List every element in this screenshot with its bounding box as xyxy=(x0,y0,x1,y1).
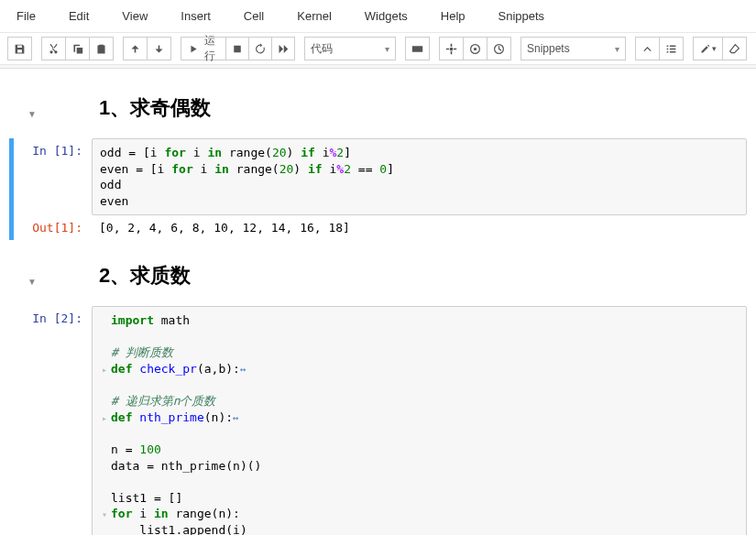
fold-gutter[interactable] xyxy=(100,315,109,328)
snippets-select[interactable]: Snippets xyxy=(520,37,626,60)
highlight-button[interactable]: ▾ xyxy=(693,37,723,60)
cut-icon xyxy=(48,43,60,55)
cell-code-2[interactable]: In [2]: import math # 判断质数 ▸def check_pr… xyxy=(9,306,747,535)
variable-inspector-button[interactable] xyxy=(439,37,464,60)
menu-widgets[interactable]: Widgets xyxy=(348,4,424,28)
in-prompt-2: In [2]: xyxy=(9,306,92,325)
list-icon xyxy=(665,43,677,55)
eraser-button[interactable] xyxy=(722,37,747,60)
restart-run-button[interactable] xyxy=(271,37,295,60)
target-icon xyxy=(469,43,481,55)
code-input-2[interactable]: import math # 判断质数 ▸def check_pr(a,b):↔ … xyxy=(92,306,747,535)
codefolding-button[interactable] xyxy=(463,37,488,60)
out-prompt-1: Out[1]: xyxy=(9,215,92,235)
code-input-1[interactable]: odd = [i for i in range(20) if i%2] even… xyxy=(92,138,747,215)
in-prompt-1: In [1]: xyxy=(9,138,92,158)
toggle-header-button[interactable] xyxy=(635,37,660,60)
celltype-select[interactable]: 代码 xyxy=(304,37,396,60)
fold-gutter[interactable]: ▾ xyxy=(100,508,109,521)
run-label: 运行 xyxy=(202,33,218,64)
collapse-toggle[interactable]: ▼ xyxy=(27,104,44,119)
paste-icon xyxy=(95,43,107,55)
save-icon xyxy=(14,43,26,55)
copy-button[interactable] xyxy=(65,37,90,60)
move-down-button[interactable] xyxy=(147,37,171,60)
restart-button[interactable] xyxy=(248,37,272,60)
toolbar: 运行 代码 Snippets ▾ xyxy=(0,33,756,65)
toc-button[interactable] xyxy=(659,37,684,60)
heading-1: 1、求奇偶数 xyxy=(99,94,211,122)
eraser-icon xyxy=(729,43,740,55)
command-palette-button[interactable] xyxy=(405,37,430,60)
fold-arrow-icon[interactable]: ↔ xyxy=(240,364,247,376)
arrow-down-icon xyxy=(153,43,165,55)
svg-point-1 xyxy=(474,47,477,49)
restart-icon xyxy=(255,43,266,55)
menu-insert[interactable]: Insert xyxy=(164,4,227,28)
interrupt-button[interactable] xyxy=(225,37,249,60)
menu-file[interactable]: File xyxy=(0,4,52,28)
notebook-container: ▼ 1、求奇偶数 In [1]: odd = [i for i in range… xyxy=(0,69,756,535)
menu-kernel[interactable]: Kernel xyxy=(280,4,348,28)
save-button[interactable] xyxy=(7,37,32,60)
fast-forward-icon xyxy=(278,43,289,55)
menu-edit[interactable]: Edit xyxy=(52,4,105,28)
heading-2: 2、求质数 xyxy=(99,262,191,289)
copy-icon xyxy=(71,43,83,55)
keyboard-icon xyxy=(411,43,423,55)
cell-markdown-2[interactable]: ▼ 2、求质数 xyxy=(9,255,747,302)
fold-arrow-icon[interactable]: ↔ xyxy=(233,412,239,424)
menu-snippets[interactable]: Snippets xyxy=(482,4,562,28)
menu-cell[interactable]: Cell xyxy=(227,4,280,28)
clock-icon xyxy=(493,43,505,55)
play-icon xyxy=(189,43,198,55)
move-up-button[interactable] xyxy=(123,37,148,60)
cell-code-1[interactable]: In [1]: odd = [i for i in range(20) if i… xyxy=(9,138,747,240)
stop-icon xyxy=(232,43,243,55)
crosshair-icon xyxy=(445,43,457,55)
menu-help[interactable]: Help xyxy=(424,4,482,28)
chevron-up-icon xyxy=(641,43,653,55)
menubar: File Edit View Insert Cell Kernel Widget… xyxy=(0,0,756,33)
cut-button[interactable] xyxy=(41,37,66,60)
output-1: [0, 2, 4, 6, 8, 10, 12, 14, 16, 18] xyxy=(92,215,747,240)
fold-gutter[interactable]: ▸ xyxy=(100,412,109,425)
fold-gutter[interactable]: ▸ xyxy=(100,364,109,377)
timer-button[interactable] xyxy=(487,37,511,60)
menu-view[interactable]: View xyxy=(105,4,164,28)
marker-icon xyxy=(699,43,711,55)
paste-button[interactable] xyxy=(89,37,114,60)
run-button[interactable]: 运行 xyxy=(181,37,226,60)
arrow-up-icon xyxy=(129,43,141,55)
collapse-toggle[interactable]: ▼ xyxy=(27,271,44,287)
cell-markdown-1[interactable]: ▼ 1、求奇偶数 xyxy=(9,87,747,135)
